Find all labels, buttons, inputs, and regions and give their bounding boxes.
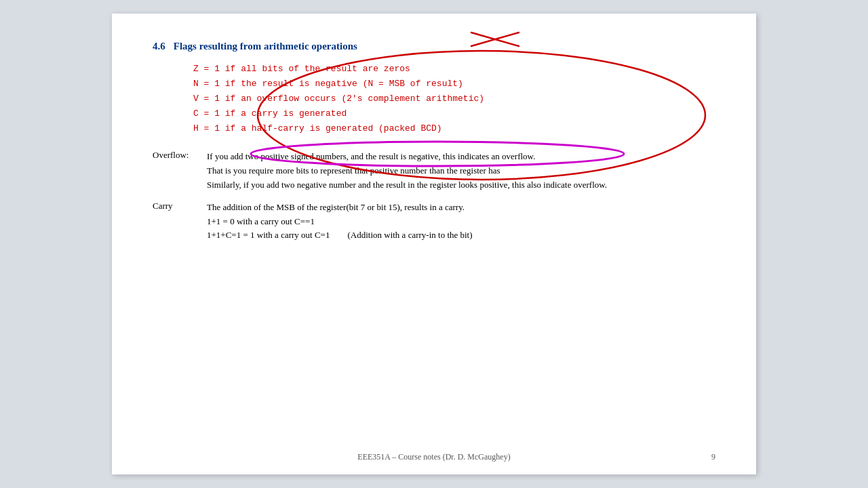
flags-table: Z = 1 if all bits of the result are zero… (193, 62, 715, 136)
carry-line-3: 1+1+C=1 = 1 with a carry out C=1 (Additi… (207, 228, 715, 243)
overflow-line-3: Similarly, if you add two negative numbe… (207, 178, 715, 192)
v-flag-line: V = 1 if an overflow occurs (2's complem… (193, 92, 715, 106)
description-block: Overflow: If you add two positive signed… (153, 150, 715, 243)
n-flag-note: (N = MSB of result) (363, 79, 463, 89)
section-title: Flags resulting from arithmetic operatio… (174, 41, 357, 52)
footer-page: 9 (711, 452, 715, 462)
carry-row: Carry The addition of the MSB of the reg… (153, 201, 715, 243)
carry-content: The addition of the MSB of the register(… (207, 201, 715, 243)
z-flag-line: Z = 1 if all bits of the result are zero… (193, 62, 715, 77)
overflow-label: Overflow: (153, 150, 207, 192)
h-flag-line: H = 1 if a half-carry is generated (pack… (193, 121, 715, 136)
n-flag-line: N = 1 if the result is negative (N = MSB… (193, 77, 715, 92)
overflow-content: If you add two positive signed numbers, … (207, 150, 715, 192)
overflow-line-1: If you add two positive signed numbers, … (207, 150, 715, 164)
overflow-row: Overflow: If you add two positive signed… (153, 150, 715, 192)
section-header: 4.6 Flags resulting from arithmetic oper… (153, 41, 715, 52)
overflow-line-2: That is you require more bits to represe… (207, 164, 715, 178)
section-number: 4.6 (153, 41, 165, 52)
c-flag-line: C = 1 if a carry is generated (193, 106, 715, 121)
footer-text: EEE351A – Course notes (Dr. D. McGaughey… (112, 452, 756, 462)
carry-line-1: The addition of the MSB of the register(… (207, 201, 715, 215)
carry-line-2: 1+1 = 0 with a carry out C==1 (207, 215, 715, 229)
carry-label: Carry (153, 201, 207, 243)
page: 4.6 Flags resulting from arithmetic oper… (112, 14, 756, 474)
v-flag-note: (2's complement arithmetic) (341, 94, 484, 104)
h-flag-note: (packed BCD) (378, 123, 442, 134)
